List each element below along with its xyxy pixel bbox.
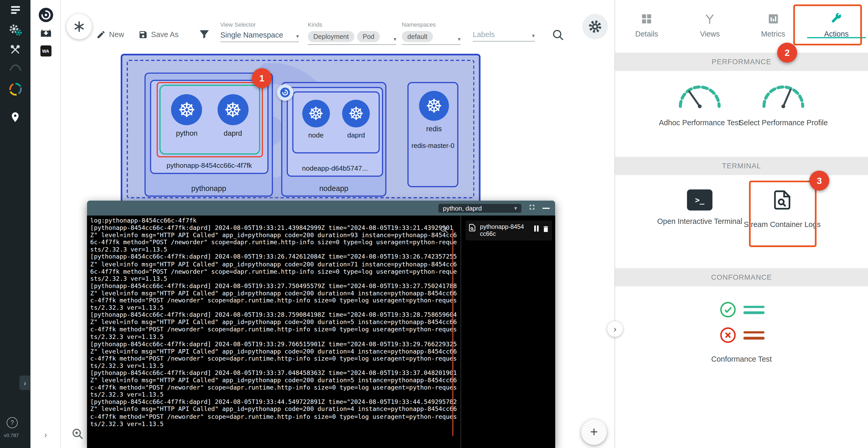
log-wrap-guide [453, 230, 454, 436]
stream-item-row[interactable]: pythonapp-8454cc66c [466, 220, 552, 240]
add-button[interactable]: + [581, 419, 607, 445]
pause-icon[interactable] [534, 226, 539, 232]
container-selector-dropdown[interactable]: python, daprd ▾ [438, 204, 521, 212]
conformance-section: Conformance Test [615, 301, 868, 363]
dapr-sidecar-badge-icon[interactable] [277, 84, 293, 101]
trash-icon[interactable] [542, 225, 550, 235]
k8s-wheel-glyph: ☸ [348, 103, 364, 124]
group-redis[interactable]: ☸ redis redis-master-0 [407, 82, 458, 187]
mesh-logo-icon[interactable] [0, 82, 31, 96]
k8s-wheel-glyph: ☸ [224, 98, 242, 121]
adhoc-performance-test-action[interactable]: Adhoc Performance Test [653, 80, 747, 129]
help-button[interactable]: ? [6, 417, 18, 428]
kinds-label: Kinds [308, 21, 396, 28]
conformance-test-action[interactable] [615, 301, 868, 344]
tab-label: Metrics [761, 30, 785, 38]
fail-lines-icon [743, 331, 764, 339]
check-circle-icon [719, 301, 737, 319]
save-icon [138, 30, 148, 39]
log-search-icon[interactable] [439, 225, 449, 237]
tools-icon[interactable] [0, 44, 31, 56]
node-label: nodeapp-d64b5747... [288, 165, 382, 173]
wasm-icon[interactable]: WA [31, 46, 61, 56]
tab-details[interactable]: Details [615, 0, 678, 51]
section-header-conformance: CONFORMANCE [615, 268, 868, 287]
group-label: pythonapp [146, 184, 272, 193]
labels-field: Labels ▾ [473, 31, 535, 41]
select-performance-profile-action[interactable]: Select Performance Profile [736, 80, 831, 129]
node-label: pythonapp-8454cc66c-4f7fk [151, 162, 268, 170]
view-selector-dropdown[interactable]: Single Namespace ▾ [220, 31, 299, 42]
group-nodeapp[interactable]: ☸ node ☸ daprd nodeapp-d64b5747... nodea… [281, 82, 386, 197]
container-selector-value: python, daprd [443, 205, 482, 211]
section-header-terminal: TERMINAL [615, 157, 868, 175]
app-root: › ? v0.787 WA › New Save As [0, 0, 868, 448]
save-as-button[interactable]: Save As [138, 30, 179, 39]
tab-views[interactable]: Views [678, 0, 742, 51]
settings-gear-button[interactable] [583, 14, 608, 39]
namespaces-label: Namespaces [402, 21, 461, 28]
kubernetes-pod-icon: ☸ [217, 94, 248, 125]
kubernetes-pod-icon: ☸ [171, 94, 202, 125]
save-as-button-label: Save As [151, 31, 179, 39]
pod-name-label: daprd [338, 131, 374, 139]
pencil-icon [96, 30, 105, 39]
panel-collapse-handle[interactable]: › [607, 321, 623, 336]
stream-item-label: pythonapp-8454cc66c [480, 223, 525, 238]
pass-lines-icon [743, 305, 764, 314]
dashboard-icon[interactable] [0, 4, 31, 16]
node-nodeapp[interactable]: ☸ node ☸ daprd nodeapp-d64b5747... [287, 87, 383, 177]
spiral-menu-button[interactable] [66, 14, 92, 39]
lifecycle-curve-icon[interactable] [0, 62, 31, 72]
fullscreen-icon[interactable] [528, 203, 536, 213]
labels-placeholder: Labels [473, 31, 495, 39]
node-pythonapp[interactable]: ☸ python ☸ daprd pythonapp-8454cc66c-4f7… [150, 80, 268, 174]
k8s-wheel-glyph: ☸ [308, 103, 324, 124]
actions-wrench-icon [830, 13, 842, 25]
active-tab-underline [807, 37, 866, 38]
tab-actions[interactable]: Actions [805, 0, 868, 51]
terminal-section: >_ Open Interactive Terminal Stream Cont… [615, 175, 868, 268]
pod-daprd-python[interactable]: ☸ daprd [213, 94, 253, 153]
group-pythonapp[interactable]: ☸ python ☸ daprd pythonapp-8454cc66c-4f7… [145, 72, 273, 197]
stream-container-logs-action[interactable]: Stream Container Logs [735, 188, 829, 231]
left-white-rail: WA › [31, 0, 61, 448]
rail-light-chevron[interactable]: › [31, 430, 61, 439]
open-interactive-terminal-action[interactable]: >_ Open Interactive Terminal [653, 189, 747, 227]
stream-logs-icon [468, 223, 477, 232]
kinds-dropdown[interactable]: Deployment Pod ▾ [308, 31, 396, 45]
canvas-zoom-icon[interactable] [71, 427, 84, 443]
settings-gears-icon[interactable] [0, 23, 31, 36]
pod-name-label: node [298, 131, 334, 139]
pod-redis[interactable]: ☸ redis [409, 91, 459, 133]
terminal-titlebar: python, daprd ▾ [87, 201, 555, 215]
location-pin-icon[interactable] [0, 110, 31, 124]
namespaces-dropdown[interactable]: default ▾ [402, 31, 461, 45]
search-icon[interactable] [552, 28, 565, 43]
kind-chip-deployment[interactable]: Deployment [308, 31, 354, 42]
chevron-down-icon: ▾ [514, 205, 517, 211]
pod-daprd-node[interactable]: ☸ daprd [338, 100, 374, 152]
namespace-chip-default[interactable]: default [402, 31, 433, 42]
podsbox-pythonapp[interactable]: ☸ python ☸ daprd [159, 85, 260, 155]
tab-metrics[interactable]: Metrics [742, 0, 805, 51]
inbox-icon[interactable] [31, 27, 61, 39]
podsbox-nodeapp[interactable]: ☸ node ☸ daprd [292, 91, 380, 153]
action-label: Select Performance Profile [736, 117, 831, 129]
minimize-icon[interactable] [542, 207, 550, 208]
kind-chip-pod[interactable]: Pod [357, 31, 380, 42]
dapr-logo-icon[interactable] [31, 6, 61, 23]
new-button[interactable]: New [96, 30, 124, 39]
labels-dropdown[interactable]: Labels ▾ [473, 31, 535, 41]
action-label: Open Interactive Terminal [653, 216, 747, 227]
views-branch-icon [704, 13, 716, 25]
filter-funnel-icon[interactable] [198, 28, 210, 42]
log-terminal-window: python, daprd ▾ log:pythonapp-8454cc66c-… [87, 201, 555, 448]
rail-expand-chevron[interactable]: › [19, 376, 30, 390]
pod-python[interactable]: ☸ python [167, 94, 207, 153]
node-label: redis-master-0 [409, 142, 457, 150]
k8s-cluster-box[interactable]: ☸ python ☸ daprd pythonapp-8454cc66c-4f7… [121, 54, 480, 204]
log-pane[interactable]: log:pythonapp-8454cc66c-4f7fk [pythonapp… [87, 215, 461, 448]
stream-list-pane: pythonapp-8454cc66c [461, 215, 555, 448]
pod-node[interactable]: ☸ node [298, 100, 334, 152]
